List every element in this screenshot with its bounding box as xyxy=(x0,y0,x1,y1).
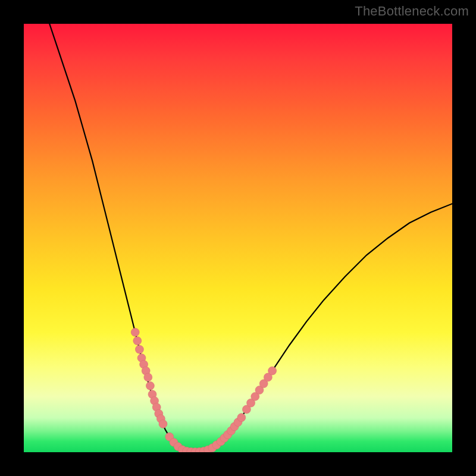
data-dot xyxy=(135,345,143,353)
data-point-dots xyxy=(131,328,276,452)
data-dot xyxy=(144,373,152,381)
data-dot xyxy=(133,337,142,345)
data-dot xyxy=(159,420,167,428)
plot-area xyxy=(24,24,452,452)
chart-svg xyxy=(24,24,452,452)
data-dot xyxy=(237,414,246,422)
watermark-text: TheBottleneck.com xyxy=(355,4,469,19)
data-dot xyxy=(131,328,139,336)
data-dot xyxy=(268,367,277,375)
bottleneck-curve xyxy=(49,24,452,452)
data-dot xyxy=(146,381,154,390)
curve-line xyxy=(49,24,452,452)
